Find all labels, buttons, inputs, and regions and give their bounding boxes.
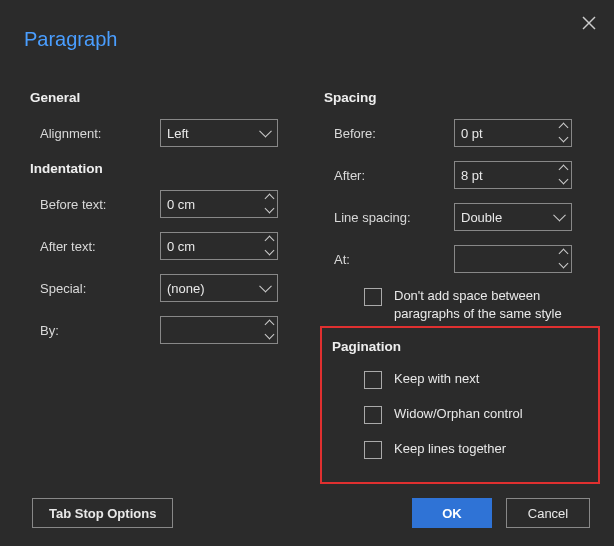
keep-lines-together-label: Keep lines together — [394, 440, 506, 458]
after-text-input[interactable] — [160, 232, 278, 260]
dont-add-space-label: Don't add space between paragraphs of th… — [394, 287, 594, 323]
spacing-before-input[interactable] — [454, 119, 572, 147]
line-spacing-select[interactable]: Double — [454, 203, 572, 231]
line-spacing-label: Line spacing: — [324, 210, 454, 225]
right-column: Spacing Before: After: Line spacing: — [324, 90, 602, 475]
before-text-label: Before text: — [30, 197, 160, 212]
before-text-input[interactable] — [160, 190, 278, 218]
dont-add-space-checkbox[interactable] — [364, 288, 382, 306]
at-input[interactable] — [454, 245, 572, 273]
widow-orphan-label: Widow/Orphan control — [394, 405, 523, 423]
dialog-footer: Tab Stop Options OK Cancel — [0, 496, 614, 528]
spacing-after-input[interactable] — [454, 161, 572, 189]
by-label: By: — [30, 323, 160, 338]
spacing-after-label: After: — [324, 168, 454, 183]
ok-button[interactable]: OK — [412, 498, 492, 528]
dialog-title: Paragraph — [24, 28, 117, 51]
alignment-label: Alignment: — [30, 126, 160, 141]
keep-with-next-checkbox[interactable] — [364, 371, 382, 389]
cancel-button[interactable]: Cancel — [506, 498, 590, 528]
close-icon[interactable] — [582, 16, 596, 30]
keep-with-next-label: Keep with next — [394, 370, 479, 388]
keep-lines-together-checkbox[interactable] — [364, 441, 382, 459]
alignment-select[interactable]: Left — [160, 119, 278, 147]
at-label: At: — [324, 252, 454, 267]
spacing-header: Spacing — [324, 90, 602, 105]
tab-stop-options-button[interactable]: Tab Stop Options — [32, 498, 173, 528]
special-label: Special: — [30, 281, 160, 296]
left-column: General Alignment: Left Indentation Befo… — [30, 90, 308, 358]
pagination-header: Pagination — [332, 339, 602, 354]
paragraph-dialog: Paragraph General Alignment: Left Indent… — [0, 0, 614, 546]
spacing-before-label: Before: — [324, 126, 454, 141]
general-header: General — [30, 90, 308, 105]
indentation-header: Indentation — [30, 161, 308, 176]
widow-orphan-checkbox[interactable] — [364, 406, 382, 424]
special-select[interactable]: (none) — [160, 274, 278, 302]
by-input[interactable] — [160, 316, 278, 344]
after-text-label: After text: — [30, 239, 160, 254]
